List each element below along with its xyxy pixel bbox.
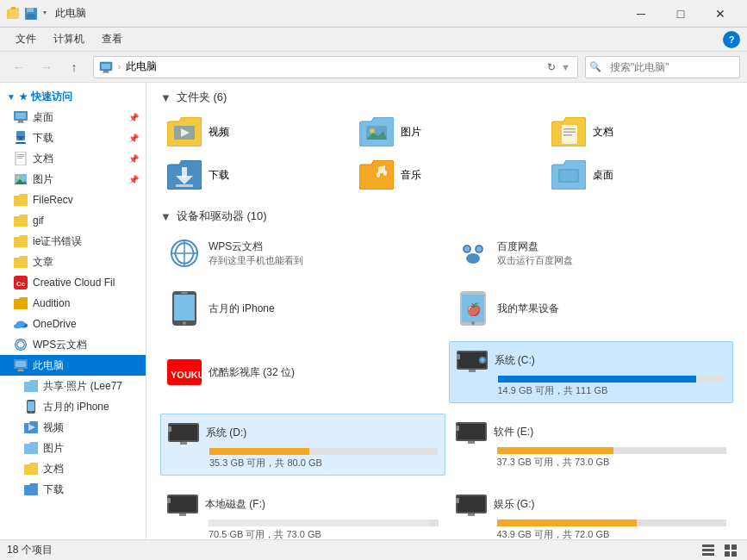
sidebar-thispc-label: 此电脑: [33, 358, 64, 373]
drive-e[interactable]: 软件 (E:) 37.3 GB 可用，共 73.0 GB: [449, 414, 734, 476]
folder-pics[interactable]: 图片: [352, 112, 541, 152]
sidebar-download2-label: 下载: [43, 482, 64, 497]
svg-text:Cc: Cc: [16, 280, 26, 288]
device-baidu[interactable]: 百度网盘 双击运行百度网盘: [449, 231, 734, 276]
menu-computer[interactable]: 计算机: [45, 28, 93, 50]
sidebar-item-docs[interactable]: 文档 📌: [0, 148, 146, 169]
forward-button[interactable]: →: [34, 55, 59, 79]
wps-cloud-sub: 存到这里手机也能看到: [209, 254, 439, 267]
sidebar-item-pics2[interactable]: 图片: [0, 438, 146, 458]
svg-text:YOUKU: YOUKU: [171, 370, 202, 380]
svg-marker-6: [43, 11, 47, 15]
refresh-button[interactable]: ↻: [544, 61, 559, 73]
drive-f[interactable]: 本地磁盘 (F:) 70.5 GB 可用，共 73.0 GB: [160, 486, 445, 539]
drive-g-bar-bg: [497, 520, 727, 526]
svg-rect-86: [169, 496, 196, 512]
svg-point-23: [16, 176, 20, 179]
search-bar[interactable]: 🔍: [585, 56, 740, 78]
wps-sidebar-icon: [14, 338, 28, 352]
sidebar-item-pics[interactable]: 图片 📌: [0, 169, 146, 190]
youku-info: 优酷影视库 (32 位): [209, 365, 439, 380]
sidebar-item-wps[interactable]: WPS云文档: [0, 334, 146, 355]
menu-view[interactable]: 查看: [93, 28, 131, 50]
folder-download[interactable]: 下载: [160, 155, 349, 195]
device-youku[interactable]: YOUKU 优酷影视库 (32 位): [160, 341, 445, 403]
devices-youku-c-row: YOUKU 优酷影视库 (32 位): [146, 338, 747, 410]
drive-f-icon: [167, 491, 198, 517]
folder-desktop[interactable]: 桌面: [545, 155, 733, 195]
svg-rect-84: [468, 441, 475, 444]
svg-point-41: [370, 128, 375, 134]
help-button[interactable]: ?: [723, 31, 740, 48]
folder-docs-label: 文档: [593, 125, 613, 140]
sidebar-item-iphone[interactable]: 古月的 iPhone: [0, 396, 146, 417]
youku-name: 优酷影视库 (32 位): [209, 365, 439, 380]
sidebar-ie-label: ie证书错误: [33, 234, 82, 249]
folder-music[interactable]: 音乐: [352, 155, 541, 195]
device-wps-cloud[interactable]: WPS云文档 存到这里手机也能看到: [160, 231, 445, 276]
sidebar-item-audition[interactable]: Audition: [0, 293, 146, 314]
svg-rect-53: [560, 171, 577, 181]
sidebar-item-desktop[interactable]: 桌面 📌: [0, 107, 146, 128]
svg-point-36: [30, 412, 32, 414]
svg-rect-92: [468, 513, 475, 516]
list-view-button[interactable]: [699, 541, 718, 560]
grid-view-button[interactable]: [721, 541, 740, 560]
folder-video[interactable]: 视频: [160, 112, 349, 152]
folders-arrow[interactable]: ▼: [160, 91, 171, 104]
folder-desktop-label: 桌面: [593, 168, 613, 183]
maximize-button[interactable]: □: [661, 0, 700, 28]
address-dropdown[interactable]: ▼: [559, 62, 572, 72]
sidebar-item-onedrive[interactable]: OneDrive: [0, 314, 146, 334]
drive-c[interactable]: 系统 (C:) 14.9 GB 可用，共 111 GB: [449, 341, 734, 403]
iphone-info: 古月的 iPhone: [209, 302, 439, 316]
folder-ie-icon: [14, 234, 28, 248]
shared-photos-icon: [24, 379, 38, 393]
sidebar-item-docs2[interactable]: 文档: [0, 458, 146, 479]
sidebar-docs2-label: 文档: [43, 462, 64, 476]
sidebar-item-download[interactable]: 下载 📌: [0, 128, 146, 148]
devices-arrow[interactable]: ▼: [160, 210, 171, 223]
drive-g[interactable]: 娱乐 (G:) 43.9 GB 可用，共 72.0 GB: [449, 486, 734, 539]
dropdown-icon[interactable]: [41, 7, 48, 21]
drive-e-icon: [456, 419, 487, 445]
sidebar-quick-access-header[interactable]: ▼ ★ 快速访问: [0, 86, 146, 107]
sidebar-item-shared-photos[interactable]: 共享·照片 (Lee77: [0, 376, 146, 396]
title-bar: 此电脑 ─ □ ✕: [0, 0, 747, 28]
sidebar-video-label: 视频: [43, 420, 64, 435]
drive-d[interactable]: 系统 (D:) 35.3 GB 可用，共 80.0 GB: [160, 414, 445, 476]
minimize-button[interactable]: ─: [621, 0, 661, 28]
device-apple[interactable]: 🍎 我的苹果设备: [449, 286, 734, 331]
docs-icon: [14, 152, 28, 165]
device-iphone[interactable]: 古月的 iPhone: [160, 286, 445, 331]
sidebar-item-thispc[interactable]: 此电脑: [0, 355, 146, 376]
close-button[interactable]: ✕: [700, 0, 740, 28]
sidebar-wps-label: WPS云文档: [33, 338, 87, 352]
drive-g-name: 娱乐 (G:): [494, 497, 535, 512]
drives-fg-row: 本地磁盘 (F:) 70.5 GB 可用，共 73.0 GB: [146, 482, 747, 539]
baidu-name: 百度网盘: [497, 240, 727, 254]
address-bar[interactable]: › 此电脑 ↻ ▼: [93, 56, 578, 78]
sidebar-item-cc[interactable]: Cc Creative Cloud Fil: [0, 272, 146, 293]
sidebar-item-gif[interactable]: gif: [0, 210, 146, 231]
menu-file[interactable]: 文件: [7, 28, 45, 50]
sidebar-item-filerecv[interactable]: FileRecv: [0, 190, 146, 210]
drive-c-name: 系统 (C:): [495, 353, 535, 368]
devices-section-header: ▼ 设备和驱动器 (10): [146, 202, 747, 227]
sidebar-item-video[interactable]: 视频: [0, 417, 146, 438]
main-layout: ▼ ★ 快速访问 桌面 📌 下载 📌 文档 📌: [0, 83, 747, 539]
svg-point-67: [471, 321, 475, 325]
folder-gif-icon: [14, 214, 28, 227]
svg-rect-95: [702, 553, 714, 556]
pc-sidebar-icon: [14, 358, 28, 372]
drive-d-name: 系统 (D:): [206, 426, 246, 440]
window-icon: [7, 7, 21, 21]
sidebar-item-article[interactable]: 文章: [0, 252, 146, 272]
svg-rect-88: [179, 513, 186, 516]
sidebar-item-ie[interactable]: ie证书错误: [0, 231, 146, 252]
up-button[interactable]: ↑: [62, 55, 86, 79]
search-input[interactable]: [605, 61, 739, 73]
folder-docs[interactable]: 文档: [545, 112, 733, 152]
sidebar-item-download2[interactable]: 下载: [0, 479, 146, 500]
back-button[interactable]: ←: [7, 55, 31, 79]
